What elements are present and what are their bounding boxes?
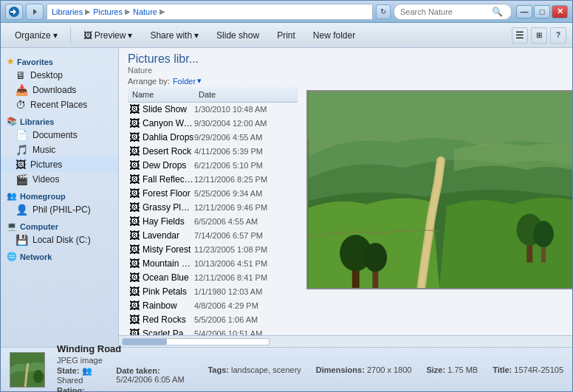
file-name: Canyon Water [143, 118, 194, 128]
organize-dropdown-icon: ▾ [53, 30, 58, 41]
preview-button[interactable]: 🖼 Preview ▾ [75, 26, 141, 45]
sidebar-item-documents-label: Documents [32, 130, 78, 140]
sidebar-item-pictures-label: Pictures [30, 159, 62, 170]
file-row[interactable]: 🖼 Grassy Plains 12/11/2006 9:46 PM [128, 201, 298, 215]
videos-icon: 🎬 [16, 173, 28, 185]
dimensions-label: Dimensions: [316, 365, 365, 374]
help-button[interactable]: ? [550, 27, 566, 44]
sidebar-item-recent[interactable]: ⏱ Recent Places [1, 97, 118, 112]
file-icon: 🖼 [129, 244, 140, 255]
content-area: Pictures libr... Nature Arrange by: Fold… [119, 48, 572, 347]
file-icon: 🖼 [129, 230, 140, 241]
file-row[interactable]: 🖼 Misty Forest 11/23/2005 1:08 PM [128, 243, 298, 257]
sidebar-item-desktop[interactable]: 🖥 Desktop [1, 68, 118, 83]
date-value: 5/24/2006 6:05 AM [116, 375, 184, 384]
recent-icon: ⏱ [16, 99, 26, 111]
file-date: 1/1/1980 12:03 AM [194, 287, 298, 296]
print-label: Print [277, 30, 295, 41]
title-value: 1574R-25105 [514, 365, 563, 374]
sidebar-section-network[interactable]: 🌐 Network [1, 247, 118, 263]
file-row[interactable]: 🖼 Rainbow 4/8/2006 4:29 PM [128, 299, 298, 313]
file-row[interactable]: 🖼 Mountain Splendor 10/13/2006 4:51 PM [128, 257, 298, 271]
status-size: Size: 1.75 MB [426, 365, 478, 374]
file-icon: 🖼 [129, 286, 140, 298]
status-tags: Tags: landscape, scenery [207, 365, 301, 374]
status-dimensions: Dimensions: 2700 x 1800 [316, 365, 412, 374]
sidebar-section-homegroup[interactable]: 👥 Homegroup [1, 187, 118, 202]
file-date: 11/23/2005 1:08 PM [194, 245, 298, 254]
file-row[interactable]: 🖼 Dew Drops 6/21/2006 5:10 PM [128, 159, 298, 173]
newfolder-label: New folder [313, 30, 355, 41]
slideshow-label: Slide show [216, 30, 259, 41]
forward-button[interactable] [26, 4, 44, 20]
preview-icon: 🖼 [83, 30, 92, 41]
breadcrumb-pictures[interactable]: Pictures [93, 7, 123, 16]
file-row[interactable]: 🖼 Ocean Blue 12/11/2006 8:41 PM [128, 271, 298, 285]
col-header-name[interactable]: Name [128, 89, 194, 100]
file-row[interactable]: 🖼 Red Rocks 5/5/2006 1:06 AM [128, 313, 298, 327]
maximize-button[interactable]: □ [534, 5, 550, 18]
refresh-button[interactable]: ↻ [376, 4, 391, 19]
back-button[interactable] [5, 4, 23, 20]
close-button[interactable]: ✕ [552, 5, 568, 18]
view-toggle-button[interactable]: ⊞ [531, 27, 547, 44]
state-label: State: [57, 366, 80, 375]
sidebar-section-libraries[interactable]: 📚 Libraries [1, 112, 118, 128]
file-row[interactable]: 🖼 Canyon Water 9/30/2004 12:00 AM [128, 117, 298, 131]
sidebar-item-music[interactable]: 🎵 Music [1, 142, 118, 157]
file-row[interactable]: 🖼 Desert Rock 4/11/2006 5:39 PM [128, 145, 298, 159]
sidebar-section-favorites[interactable]: ★ Favorites [1, 52, 118, 68]
organize-button[interactable]: Organize ▾ [7, 26, 66, 45]
file-date: 7/14/2006 6:57 PM [194, 231, 298, 240]
file-row[interactable]: 🖼 Scarlet Pathway 5/4/2006 10:51 AM [128, 327, 298, 335]
file-icon: 🖼 [129, 258, 140, 269]
sidebar-item-downloads[interactable]: 📥 Downloads [1, 83, 118, 97]
sidebar-item-videos-label: Videos [32, 174, 59, 185]
minimize-button[interactable]: — [516, 5, 532, 18]
breadcrumb-nature[interactable]: Nature [133, 7, 157, 16]
file-date: 6/5/2006 4:55 AM [194, 217, 298, 226]
content-header: Pictures libr... Nature [119, 48, 572, 75]
disk-icon: 💾 [16, 234, 28, 246]
print-button[interactable]: Print [269, 26, 303, 45]
hscroll-track[interactable] [122, 338, 270, 345]
share-button[interactable]: Share with ▾ [142, 26, 207, 45]
sidebar-section-computer[interactable]: 💻 Computer [1, 217, 118, 233]
file-name: Rainbow [143, 300, 194, 311]
file-date: 10/13/2006 4:51 PM [194, 259, 298, 268]
file-row[interactable]: 🖼 Dahlia Drops 9/29/2006 4:55 AM [128, 131, 298, 145]
file-row[interactable]: 🖼 Hay Fields 6/5/2006 4:55 AM [128, 215, 298, 229]
status-meta-row2: Rating: ☆☆☆☆☆ [57, 386, 196, 392]
arrange-label: Arrange by: [128, 77, 170, 86]
file-name: Forest Floor [143, 188, 194, 199]
file-row[interactable]: 🖼 Slide Show 1/30/2010 10:48 AM [128, 103, 298, 117]
sidebar-item-documents[interactable]: 📄 Documents [1, 128, 118, 142]
file-icon: 🖼 [129, 314, 140, 326]
sidebar-item-pictures[interactable]: 🖼 Pictures [1, 157, 118, 172]
file-row[interactable]: 🖼 Fall Reflections 12/11/2006 8:25 PM [128, 173, 298, 187]
view-list-button[interactable]: ☰ [512, 27, 528, 44]
sidebar-item-localdisk[interactable]: 💾 Local Disk (C:) [1, 233, 118, 247]
sidebar-item-phil[interactable]: 👤 Phil (PHIL-PC) [1, 202, 118, 217]
sidebar-item-phil-label: Phil (PHIL-PC) [32, 204, 91, 215]
search-input[interactable] [400, 7, 489, 16]
hscroll-thumb[interactable] [123, 339, 167, 345]
col-header-date[interactable]: Date [194, 89, 298, 100]
file-icon: 🖼 [129, 216, 140, 227]
svg-point-11 [364, 243, 388, 272]
dimensions-value: 2700 x 1800 [367, 365, 412, 374]
file-row[interactable]: 🖼 Pink Petals 1/1/1980 12:03 AM [128, 285, 298, 299]
slideshow-button[interactable]: Slide show [208, 26, 267, 45]
newfolder-button[interactable]: New folder [305, 26, 363, 45]
file-icon: 🖼 [129, 103, 140, 115]
arrange-value[interactable]: Folder ▾ [173, 76, 202, 86]
file-list: Name Date 🖼 Slide Show 1/30/2010 10:48 A… [128, 87, 298, 335]
sidebar-item-videos[interactable]: 🎬 Videos [1, 172, 118, 187]
file-row[interactable]: 🖼 Lavendar 7/14/2006 6:57 PM [128, 229, 298, 243]
file-row[interactable]: 🖼 Forest Floor 5/25/2006 9:34 AM [128, 187, 298, 201]
breadcrumb-libraries[interactable]: Libraries [52, 7, 83, 16]
status-date: Date taken: 5/24/2006 6:05 AM [116, 366, 196, 385]
network-label: Network [20, 252, 52, 261]
sidebar-item-downloads-label: Downloads [32, 85, 76, 95]
file-icon: 🖼 [129, 173, 140, 185]
